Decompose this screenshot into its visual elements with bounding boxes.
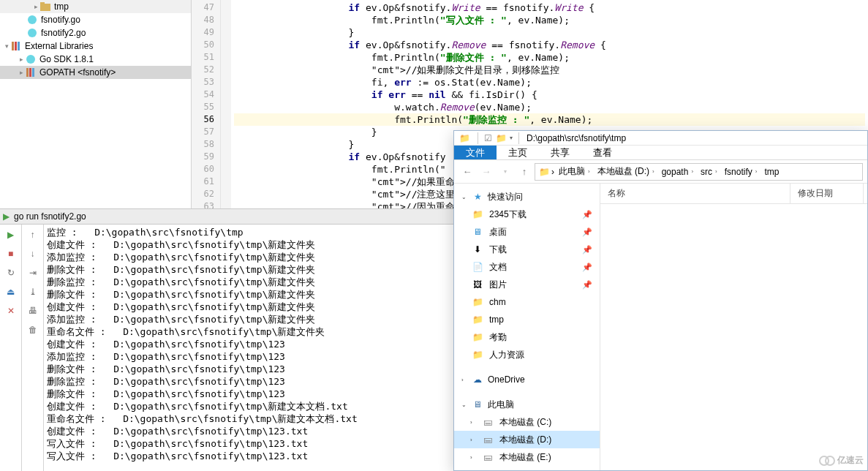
sidebar-item[interactable]: 📁 考勤 <box>454 328 600 346</box>
go-file-icon <box>26 27 38 39</box>
sidebar-label: 桌面 <box>489 226 507 238</box>
sidebar-item[interactable]: 📁 tmp <box>454 311 600 328</box>
run-config-name[interactable]: go run fsnotify2.go <box>14 211 86 222</box>
stop-button[interactable]: ■ <box>4 246 18 261</box>
rerun-button[interactable]: ▶ <box>4 227 18 242</box>
tree-item-external-libraries[interactable]: ▾ External Libraries <box>0 39 191 53</box>
sidebar-item[interactable]: 📁 人力资源 <box>454 346 600 363</box>
sidebar-label: 本地磁盘 (D:) <box>499 434 551 446</box>
sidebar-item[interactable]: 📄 文档 📌 <box>454 258 600 276</box>
expand-icon[interactable]: › <box>461 377 467 383</box>
sidebar-label: chm <box>489 297 506 307</box>
crumb-gopath[interactable]: gopath› <box>659 167 696 177</box>
pin-icon: 📌 <box>582 245 592 255</box>
nav-back-button[interactable]: ← <box>458 163 476 181</box>
clear-button[interactable]: 🗑 <box>26 323 40 337</box>
sidebar-label: 人力资源 <box>489 349 524 361</box>
pin-icon: 📌 <box>582 263 592 272</box>
onedrive-group[interactable]: › ☁ OneDrive <box>454 371 600 388</box>
crumb-src[interactable]: src› <box>698 167 720 177</box>
window-title: D:\gopath\src\fsnotify\tmp <box>527 133 626 143</box>
column-name[interactable]: 名称 <box>600 184 790 203</box>
column-modified[interactable]: 修改日期 <box>790 184 864 203</box>
svg-rect-4 <box>12 42 14 50</box>
crumb-this-pc[interactable]: 此电脑› <box>556 165 593 178</box>
tree-expand-icon[interactable]: ▸ <box>32 3 39 10</box>
sidebar-item[interactable]: ⬇ 下载 📌 <box>454 241 600 258</box>
expand-icon[interactable]: › <box>470 419 472 426</box>
tree-item-go-sdk[interactable]: ▸ Go SDK 1.8.1 <box>0 53 191 66</box>
run-tab-bar: ▶ go run fsnotify2.go <box>0 208 453 225</box>
explorer-titlebar[interactable]: 📁 ☑ 📁 ▾ D:\gopath\src\fsnotify\tmp <box>454 131 867 146</box>
sidebar-item[interactable]: 🖼 图片 📌 <box>454 276 600 293</box>
console-toolbar: ↑ ↓ ⇥ ⤓ 🖶 🗑 <box>22 225 44 471</box>
tree-label: fsnotify2.go <box>41 28 86 38</box>
folder-icon: 📁 <box>472 296 483 308</box>
svg-rect-10 <box>32 68 34 77</box>
pc-icon: 🖥 <box>472 399 483 410</box>
explorer-sidebar[interactable]: ⌄ ★ 快速访问 📁 2345下载 📌 🖥 桌面 📌 ⬇ 下载 📌 📄 文档 📌… <box>454 184 600 470</box>
tree-expand-icon[interactable]: ▸ <box>18 69 25 76</box>
down-button[interactable]: ↓ <box>26 246 40 261</box>
tree-expand-icon[interactable]: ▸ <box>18 56 25 63</box>
document-icon: 📄 <box>472 261 483 273</box>
tree-collapse-icon[interactable]: ▾ <box>3 42 10 50</box>
ribbon-tab-home[interactable]: 主页 <box>497 146 539 159</box>
wrap-button[interactable]: ⇥ <box>26 265 40 280</box>
explorer-file-list[interactable]: 名称 修改日期 <box>600 184 867 470</box>
star-icon: ★ <box>472 191 483 203</box>
print-button[interactable]: 🖶 <box>26 304 40 318</box>
tree-item-tmp[interactable]: ▸ tmp <box>0 0 191 13</box>
svg-rect-6 <box>18 42 20 50</box>
crumb-fsnotify[interactable]: fsnotify› <box>722 167 761 177</box>
ribbon-tab-share[interactable]: 共享 <box>539 146 581 159</box>
tree-item-fsnotify-go[interactable]: fsnotify.go <box>0 13 191 26</box>
nav-up-button[interactable]: ↑ <box>516 163 533 181</box>
qat-checkbox-icon[interactable]: ☑ <box>484 133 492 143</box>
sidebar-item[interactable]: 📁 2345下载 📌 <box>454 206 600 223</box>
close-button[interactable]: ✕ <box>4 304 18 318</box>
desktop-icon: 🖥 <box>472 226 483 238</box>
sidebar-item[interactable]: 🖥 桌面 📌 <box>454 223 600 241</box>
folder-icon: 📁 <box>458 132 470 144</box>
cloud-icon: ☁ <box>472 374 483 385</box>
file-explorer-window[interactable]: 📁 ☑ 📁 ▾ D:\gopath\src\fsnotify\tmp 文件 主页… <box>453 130 868 471</box>
nav-recent-dropdown[interactable]: ▾ <box>497 163 514 181</box>
breadcrumb[interactable]: 📁 › 此电脑› 本地磁盘 (D:)› gopath› src› fsnotif… <box>535 163 863 181</box>
restart-button[interactable]: ↻ <box>4 265 18 280</box>
chevron-right-icon[interactable]: › <box>551 167 554 177</box>
quick-access-group[interactable]: ⌄ ★ 快速访问 <box>454 188 600 206</box>
ribbon-tabs: 文件 主页 共享 查看 <box>454 146 867 160</box>
sidebar-drive[interactable]: › 🖴 本地磁盘 (C:) <box>454 413 600 431</box>
sidebar-label: tmp <box>489 314 504 325</box>
column-headers[interactable]: 名称 修改日期 <box>600 184 867 204</box>
svg-rect-5 <box>15 42 17 50</box>
sidebar-item[interactable]: 📁 chm <box>454 293 600 311</box>
tree-label: tmp <box>54 1 69 12</box>
sidebar-label: 图片 <box>489 279 507 291</box>
up-button[interactable]: ↑ <box>26 227 40 242</box>
qat-dropdown-icon[interactable]: ▾ <box>510 135 513 141</box>
ribbon-tab-view[interactable]: 查看 <box>581 146 624 159</box>
collapse-icon[interactable]: ⌄ <box>461 402 467 408</box>
expand-icon[interactable]: › <box>470 454 472 461</box>
crumb-tmp[interactable]: tmp <box>761 167 782 177</box>
nav-forward-button[interactable]: → <box>478 163 495 181</box>
this-pc-group[interactable]: ⌄ 🖥 此电脑 <box>454 396 600 413</box>
scroll-button[interactable]: ⤓ <box>26 285 40 299</box>
expand-icon[interactable]: › <box>470 437 472 443</box>
console-panel: ▶ ■ ↻ ⏏ ✕ ↑ ↓ ⇥ ⤓ 🖶 🗑 监控 : D:\gopath\src… <box>0 225 453 471</box>
sidebar-label: 本地磁盘 (C:) <box>499 416 551 429</box>
crumb-drive-d[interactable]: 本地磁盘 (D:)› <box>595 165 657 178</box>
tree-item-gopath[interactable]: ▸ GOPATH <fsnotify> <box>0 66 191 79</box>
line-number-gutter: 4748495051525354555657585960616263 <box>192 0 221 208</box>
collapse-icon[interactable]: ⌄ <box>461 194 467 200</box>
sidebar-drive[interactable]: › 🖴 本地磁盘 (D:) <box>454 431 600 448</box>
svg-rect-0 <box>40 4 50 11</box>
project-tree: ▸ tmp fsnotify.go fsnotify2.go ▾ Externa… <box>0 0 192 208</box>
console-output[interactable]: 监控 : D:\gopath\src\fsnotify\tmp 创建文件 : D… <box>44 225 453 471</box>
sidebar-drive[interactable]: › 🖴 本地磁盘 (E:) <box>454 448 600 466</box>
ribbon-tab-file[interactable]: 文件 <box>454 146 497 159</box>
exit-button[interactable]: ⏏ <box>4 285 18 299</box>
tree-item-fsnotify2-go[interactable]: fsnotify2.go <box>0 26 191 39</box>
